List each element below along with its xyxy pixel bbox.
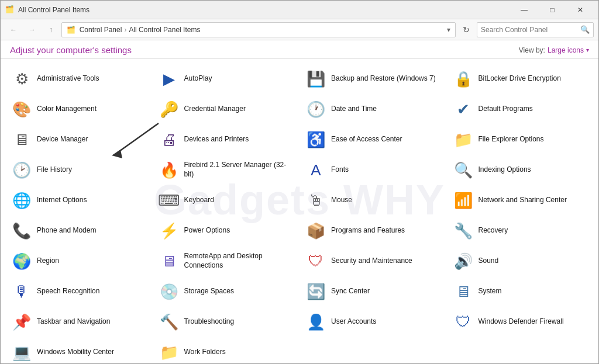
cp-item-backup[interactable]: 💾Backup and Restore (Windows 7) (300, 64, 447, 94)
cp-item-phone-modem[interactable]: 📞Phone and Modem (5, 216, 153, 246)
datetime-icon: 🕐 (307, 100, 325, 119)
programs-feat-icon: 📦 (307, 221, 325, 240)
search-input[interactable] (481, 26, 578, 34)
back-button[interactable]: ← (5, 22, 22, 38)
work-folders-icon: 📁 (160, 343, 178, 362)
cp-item-datetime[interactable]: 🕐Date and Time (300, 94, 447, 124)
device-mgr-icon: 🖥 (12, 130, 31, 149)
minimize-button[interactable]: — (511, 1, 538, 19)
cp-item-color-mgmt[interactable]: 🎨Color Management (5, 94, 153, 124)
fonts-label: Fonts (331, 165, 349, 175)
cp-item-devices-print[interactable]: 🖨Devices and Printers (153, 124, 300, 155)
up-button[interactable]: ↑ (43, 22, 59, 38)
firebird-icon: 🔥 (160, 161, 178, 179)
mouse-label: Mouse (331, 196, 352, 205)
troubleshoot-icon: 🔨 (160, 313, 178, 331)
devices-print-label: Devices and Printers (184, 135, 249, 144)
file-history-label: File History (37, 165, 72, 175)
sound-label: Sound (478, 256, 499, 266)
cp-item-default-prog[interactable]: ✔Default Programs (447, 94, 594, 124)
firebird-label: Firebird 2.1 Server Manager (32-bit) (184, 161, 293, 179)
cp-item-taskbar-nav[interactable]: 📌Taskbar and Navigation (5, 307, 153, 337)
cp-item-internet-opt[interactable]: 🌐Internet Options (5, 185, 153, 216)
cp-item-programs-feat[interactable]: 📦Programs and Features (300, 216, 447, 246)
cp-item-ease-access[interactable]: ♿Ease of Access Center (300, 124, 447, 155)
credential-icon: 🔑 (160, 100, 178, 119)
cp-item-autoplay[interactable]: ▶AutoPlay (153, 64, 300, 94)
indexing-label: Indexing Options (478, 165, 531, 175)
remote-app-label: RemoteApp and Desktop Connections (184, 252, 293, 270)
net-sharing-label: Network and Sharing Center (478, 196, 567, 205)
cp-item-security-maint[interactable]: 🛡Security and Maintenance (300, 246, 447, 276)
items-grid: ⚙Administrative Tools▶AutoPlay💾Backup an… (1, 59, 598, 364)
view-by-value[interactable]: Large icons (548, 46, 584, 54)
cp-item-file-explorer[interactable]: 📁File Explorer Options (447, 124, 594, 155)
cp-item-region[interactable]: 🌍Region (5, 246, 153, 276)
ease-access-icon: ♿ (307, 130, 325, 149)
cp-item-user-accounts[interactable]: 👤User Accounts (300, 307, 447, 337)
search-icon: 🔍 (580, 25, 590, 34)
phone-modem-icon: 📞 (12, 221, 31, 240)
win-mobility-icon: 💻 (12, 343, 31, 362)
refresh-button[interactable]: ↻ (458, 22, 474, 38)
bitlocker-label: BitLocker Drive Encryption (478, 74, 561, 84)
cp-item-recovery[interactable]: 🔧Recovery (447, 216, 594, 246)
dropdown-arrow[interactable]: ▾ (447, 26, 450, 34)
internet-opt-icon: 🌐 (12, 191, 31, 210)
cp-item-troubleshoot[interactable]: 🔨Troubleshooting (153, 307, 300, 337)
bitlocker-icon: 🔒 (454, 70, 473, 88)
title-bar-left: 🗂️ All Control Panel Items (5, 5, 89, 15)
close-button[interactable]: ✕ (567, 1, 594, 19)
win-mobility-label: Windows Mobility Center (37, 348, 114, 357)
cp-item-firebird[interactable]: 🔥Firebird 2.1 Server Manager (32-bit) (153, 155, 300, 185)
cp-item-sync-center[interactable]: 🔄Sync Center (300, 276, 447, 307)
window-title: All Control Panel Items (18, 6, 89, 14)
breadcrumb-allitems: All Control Panel Items (129, 26, 200, 34)
file-history-icon: 🕑 (12, 161, 31, 179)
internet-opt-label: Internet Options (37, 196, 87, 205)
phone-modem-label: Phone and Modem (37, 226, 96, 235)
cp-item-speech-recog[interactable]: 🎙Speech Recognition (5, 276, 153, 307)
view-by-control[interactable]: View by: Large icons ▾ (519, 46, 589, 54)
cp-item-system[interactable]: 🖥System (447, 276, 594, 307)
cp-item-keyboard[interactable]: ⌨Keyboard (153, 185, 300, 216)
cp-item-remote-app[interactable]: 🖥RemoteApp and Desktop Connections (153, 246, 300, 276)
cp-item-work-folders[interactable]: 📁Work Folders (153, 337, 300, 364)
cp-item-fonts[interactable]: AFonts (300, 155, 447, 185)
cp-item-win-defender[interactable]: 🛡Windows Defender Firewall (447, 307, 594, 337)
mouse-icon: 🖱 (307, 191, 325, 210)
address-path[interactable]: 🗂️ Control Panel › All Control Panel Ite… (61, 22, 456, 37)
programs-feat-label: Programs and Features (331, 226, 405, 235)
ease-access-label: Ease of Access Center (331, 135, 402, 144)
system-icon: 🖥 (454, 282, 473, 301)
cp-item-mouse[interactable]: 🖱Mouse (300, 185, 447, 216)
file-explorer-label: File Explorer Options (478, 135, 544, 144)
cp-item-credential[interactable]: 🔑Credential Manager (153, 94, 300, 124)
win-defender-label: Windows Defender Firewall (478, 317, 564, 327)
cp-item-net-sharing[interactable]: 📶Network and Sharing Center (447, 185, 594, 216)
maximize-button[interactable]: □ (539, 1, 566, 19)
cp-item-file-history[interactable]: 🕑File History (5, 155, 153, 185)
cp-item-power-opt[interactable]: ⚡Power Options (153, 216, 300, 246)
cp-item-sound[interactable]: 🔊Sound (447, 246, 594, 276)
cp-item-bitlocker[interactable]: 🔒BitLocker Drive Encryption (447, 64, 594, 94)
cp-item-win-mobility[interactable]: 💻Windows Mobility Center (5, 337, 153, 364)
sound-icon: 🔊 (454, 252, 473, 271)
cp-item-storage-spaces[interactable]: 💿Storage Spaces (153, 276, 300, 307)
search-box[interactable]: 🔍 (477, 22, 594, 37)
cp-item-device-mgr[interactable]: 🖥Device Manager (5, 124, 153, 155)
user-accounts-label: User Accounts (331, 317, 376, 327)
cp-item-admin-tools[interactable]: ⚙Administrative Tools (5, 64, 153, 94)
color-mgmt-label: Color Management (37, 105, 97, 114)
view-by-caret[interactable]: ▾ (586, 47, 589, 53)
autoplay-label: AutoPlay (184, 74, 212, 84)
forward-button[interactable]: → (24, 22, 40, 38)
path-separator: › (124, 26, 126, 34)
security-maint-label: Security and Maintenance (331, 256, 412, 266)
app-icon: 🗂️ (5, 5, 15, 15)
remote-app-icon: 🖥 (160, 252, 178, 271)
cp-item-indexing[interactable]: 🔍Indexing Options (447, 155, 594, 185)
backup-label: Backup and Restore (Windows 7) (331, 74, 436, 84)
keyboard-icon: ⌨ (160, 191, 178, 210)
default-prog-icon: ✔ (454, 100, 473, 119)
